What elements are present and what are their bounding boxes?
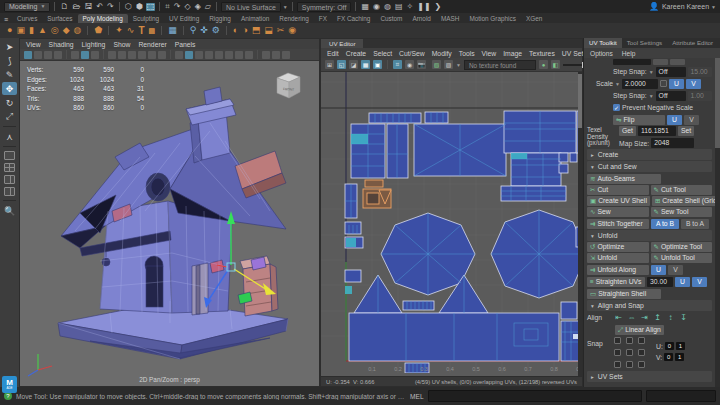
light-editor-icon[interactable]: ✧ xyxy=(405,3,414,11)
shelf-tab[interactable]: MASH xyxy=(436,14,464,23)
snap-v0-field[interactable]: 0 xyxy=(664,353,673,361)
extrude-icon[interactable]: ⬓ xyxy=(264,26,273,35)
align-max-u-icon[interactable]: ⇥ xyxy=(639,313,650,322)
user-name[interactable]: Kareen Kareen xyxy=(662,3,709,10)
straighten-u-button[interactable]: U xyxy=(675,277,690,287)
bind-skin-icon[interactable]: ⚙ xyxy=(212,26,220,35)
joint-tool-icon[interactable]: ⚲ xyxy=(190,26,197,35)
cut-button[interactable]: ✂Cut xyxy=(587,185,649,195)
uv-editor-menu-item[interactable]: View xyxy=(482,50,497,57)
shelf-tab[interactable]: FX xyxy=(314,14,332,23)
uv-editor-menu-item[interactable]: Image xyxy=(503,50,522,57)
render-frame-icon[interactable]: ◉ xyxy=(372,3,381,11)
align-max-v-icon[interactable]: ↧ xyxy=(678,313,689,322)
uv-grid-snap-icon[interactable]: ⌗ xyxy=(393,60,402,69)
smooth-shade-icon[interactable] xyxy=(185,51,193,59)
rotate-step-snap-step[interactable]: 15.00 xyxy=(688,67,712,77)
optimize-tool-button[interactable]: ✎Optimize Tool xyxy=(651,242,713,252)
uv-image-display-icon[interactable]: ▧ xyxy=(432,60,441,69)
scale-step-snap-step[interactable]: 1.00 xyxy=(688,91,712,101)
unfold-along-button[interactable]: ⇉Unfold Along xyxy=(587,265,649,275)
pause-icon[interactable]: ❚❚ xyxy=(416,3,431,11)
select-component-icon[interactable]: ⬚ xyxy=(146,3,156,11)
shelf-tab[interactable]: Poly Modeling xyxy=(78,14,128,23)
uv-image-dim-icon[interactable]: ▨ xyxy=(444,60,453,69)
uv-pixel-snap-icon[interactable]: ◉ xyxy=(405,60,414,69)
rotate-tool-icon[interactable]: ↻ xyxy=(2,96,17,109)
wireframe-icon[interactable] xyxy=(175,51,183,59)
magnifier-icon[interactable]: 🔍 xyxy=(2,204,17,217)
shelf-tab[interactable]: Animation xyxy=(236,14,274,23)
move-tool-icon[interactable]: ✥ xyxy=(2,82,17,95)
sew-button[interactable]: ∿Sew xyxy=(587,207,649,217)
viewport-canvas[interactable]: Verts: 590 590 0 Edges: 1024 1024 0 Face… xyxy=(20,61,319,386)
field-chart-icon[interactable] xyxy=(148,51,156,59)
uv-editor-menu-item[interactable]: Tools xyxy=(459,50,475,57)
select-tool-icon[interactable]: ➤ xyxy=(2,40,17,53)
shelf-tab[interactable]: Motion Graphics xyxy=(464,14,521,23)
multisampling-icon[interactable] xyxy=(245,51,253,59)
redo-icon[interactable]: ↷ xyxy=(106,3,115,11)
texture-dropdown[interactable]: No texture found xyxy=(464,60,536,70)
viewport-menu-item[interactable]: Lighting xyxy=(82,41,106,48)
multi-cut-icon[interactable]: ✂ xyxy=(277,26,285,35)
live-surface-field[interactable]: No Live Surface xyxy=(221,2,281,12)
xray-icon[interactable] xyxy=(272,51,280,59)
scale-tool-icon[interactable]: ⤢ xyxy=(2,110,17,123)
type-tool-icon[interactable]: T xyxy=(138,26,144,36)
layout-four-pane-icon[interactable] xyxy=(4,163,15,172)
texel-get-button[interactable]: Get xyxy=(619,126,636,136)
shelf-tab[interactable]: Rigging xyxy=(204,14,236,23)
align-min-v-icon[interactable]: ↥ xyxy=(652,313,663,322)
snap-bottom-right-checkbox[interactable] xyxy=(638,361,645,368)
mel-label[interactable]: MEL xyxy=(410,393,424,400)
snap-mid-center-checkbox[interactable] xyxy=(626,349,633,356)
section-uv-sets[interactable]: ▸UV Sets xyxy=(587,371,712,382)
toolkit-menu-item[interactable]: Options xyxy=(590,50,613,57)
shelf-tab[interactable]: UV Editing xyxy=(164,14,204,23)
shelf-tab[interactable]: Arnold xyxy=(407,14,435,23)
create-shell-grid-button[interactable]: ⊞Create Shell (Grid) xyxy=(652,196,720,206)
uv-editor-menu-item[interactable]: Cut/Sew xyxy=(399,50,425,57)
align-min-u-icon[interactable]: ⇤ xyxy=(613,313,624,322)
uv-canvas[interactable]: 0.10.20.30.40.50.60.70.80.9 xyxy=(321,72,582,376)
stitch-together-button[interactable]: ⇉Stitch Together xyxy=(587,219,649,229)
layout-outliner-icon[interactable] xyxy=(4,187,15,196)
bookmarks-icon[interactable] xyxy=(54,51,62,59)
svg-tool-icon[interactable]: ▤ xyxy=(149,27,156,34)
align-center-v-icon[interactable]: ↕ xyxy=(665,313,676,322)
uv-editor-menu-item[interactable]: Edit xyxy=(327,50,339,57)
symmetry-field[interactable]: Symmetry: Off xyxy=(297,2,352,12)
snap-bottom-center-checkbox[interactable] xyxy=(626,361,633,368)
gate-mask-icon[interactable] xyxy=(138,51,146,59)
snap-v1-field[interactable]: 1 xyxy=(675,353,684,361)
stitch-b-to-a-button[interactable]: B to A xyxy=(681,219,709,229)
grease-pencil-icon[interactable] xyxy=(91,51,99,59)
poly-cone-icon[interactable]: ▲ xyxy=(38,26,47,35)
shelf-tab[interactable]: Rendering xyxy=(274,14,314,23)
texel-value-field[interactable]: 116.1851 xyxy=(638,126,676,136)
isolate-select-icon[interactable] xyxy=(262,51,270,59)
toolkit-tab[interactable]: Tool Settings xyxy=(622,38,667,48)
viewport-menu-item[interactable]: Panels xyxy=(175,41,196,48)
lock-camera-icon[interactable] xyxy=(34,51,42,59)
uv-shell-display-icon[interactable]: ◱ xyxy=(337,60,346,69)
last-tool-icon[interactable]: ⋏ xyxy=(2,130,17,143)
boolean-union-icon[interactable]: ◐ xyxy=(233,26,238,35)
uv-grid-layout-icon[interactable]: ⊞ xyxy=(325,60,334,69)
scale-value-field[interactable]: 2.0000 xyxy=(622,79,658,89)
curve-tool-icon[interactable]: ∿ xyxy=(127,26,135,35)
poly-plane-icon[interactable]: ◆ xyxy=(63,26,70,35)
uv-editor-title[interactable]: UV Editor xyxy=(321,39,363,48)
create-uv-shell-button[interactable]: ▣Create UV Shell xyxy=(587,196,650,206)
snap-top-center-checkbox[interactable] xyxy=(626,337,633,344)
cut-tool-button[interactable]: ✎Cut Tool xyxy=(651,185,713,195)
lasso-tool-icon[interactable]: ⟆ xyxy=(2,54,17,67)
uv-alpha-icon[interactable]: ◧ xyxy=(551,60,560,69)
straighten-uvs-button[interactable]: ≡Straighten UVs xyxy=(587,277,645,287)
camera-attributes-icon[interactable] xyxy=(44,51,52,59)
poly-sphere-icon[interactable]: ● xyxy=(7,26,12,35)
uv-checker-icon[interactable]: ▦ xyxy=(361,60,370,69)
undo-icon[interactable]: ↶ xyxy=(95,3,104,11)
pan-zoom-2d-icon[interactable] xyxy=(81,51,89,59)
